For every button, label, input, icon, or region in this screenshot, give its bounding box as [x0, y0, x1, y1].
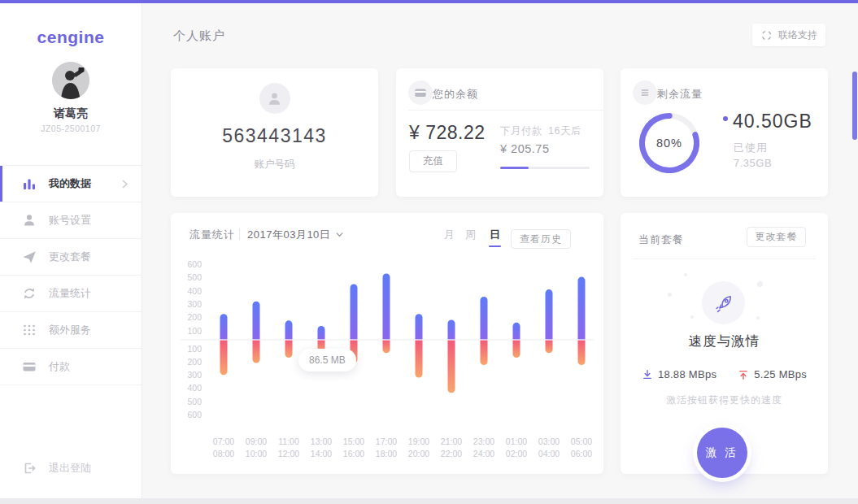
svg-text:09:0010:00: 09:0010:00 [246, 437, 267, 458]
traffic-chart-card: 10010020020030030040040050050060060007:0… [171, 213, 603, 474]
svg-text:23:0024:00: 23:0024:00 [473, 437, 494, 458]
svg-text:11:0012:00: 11:0012:00 [278, 437, 299, 458]
svg-text:400: 400 [187, 383, 202, 393]
decor-dot [690, 315, 694, 319]
svg-text:21:0022:00: 21:0022:00 [441, 437, 462, 458]
divider [408, 110, 603, 111]
balance-amount: ¥ 728.22 [409, 122, 486, 144]
chart-tooltip: 86.5 MB [298, 349, 356, 371]
svg-text:600: 600 [187, 259, 202, 269]
plan-icon-circle [702, 281, 745, 324]
data-used-value: 7.35GB [734, 157, 772, 169]
svg-text:01:0002:00: 01:0002:00 [506, 437, 527, 458]
upload-speed-value: 5.25 MBps [754, 368, 807, 380]
decor-dot [757, 281, 763, 287]
svg-text:300: 300 [187, 299, 202, 309]
sidebar-item-payment[interactable]: 付款 [0, 349, 142, 385]
decor-dot [684, 273, 687, 276]
upload-arrow-icon [738, 369, 749, 380]
chart-title: 流量统计 [189, 228, 235, 242]
scrollbar-thumb[interactable] [852, 72, 857, 140]
svg-text:07:0008:00: 07:0008:00 [213, 437, 234, 458]
svg-text:100: 100 [187, 326, 202, 336]
next-payment-text: 下月付款 [500, 125, 542, 137]
sidebar-item-traffic-stats[interactable]: 流量统计 [0, 276, 142, 312]
contact-support-button[interactable]: 联络支持 [752, 24, 825, 46]
contact-support-label: 联络支持 [778, 28, 817, 42]
download-arrow-icon [642, 369, 653, 380]
svg-text:200: 200 [187, 357, 202, 367]
app-logo: cengine [0, 28, 142, 47]
balance-title: 您的余额 [433, 87, 478, 102]
sidebar-item-label: 更改套餐 [49, 250, 91, 264]
refresh-icon [22, 286, 37, 301]
data-remaining-value: 40.50GB [733, 111, 812, 133]
traffic-chart[interactable]: 10010020020030030040040050050060060007:0… [171, 213, 603, 474]
sidebar-item-label: 付款 [49, 359, 70, 374]
bar-chart-icon [22, 176, 37, 191]
credit-card-icon [22, 359, 37, 374]
user-name: 诸葛亮 [0, 106, 142, 121]
chart-date-dropdown[interactable]: 2017年03月10日 [247, 228, 343, 242]
svg-text:600: 600 [187, 410, 202, 419]
svg-text:15:0016:00: 15:0016:00 [343, 437, 364, 458]
user-avatar [52, 62, 89, 99]
balance-progress-fill [500, 167, 529, 169]
page-title: 个人账户 [173, 28, 225, 44]
account-card: 563443143 账户号码 [171, 68, 378, 197]
svg-text:13:0014:00: 13:0014:00 [311, 437, 332, 458]
sidebar-item-change-plan[interactable]: 更改套餐 [0, 239, 142, 276]
svg-text:500: 500 [187, 272, 202, 282]
sidebar-item-my-data[interactable]: 我的数据 [0, 166, 142, 202]
upload-speed: 5.25 MBps [738, 368, 807, 380]
data-used-label: 已使用 [734, 141, 768, 155]
next-payment-due: 16天后 [548, 125, 581, 137]
sidebar-item-label: 流量统计 [49, 286, 91, 301]
activate-button[interactable]: 激 活 [697, 428, 747, 478]
logout-label: 退出登陆 [49, 461, 91, 476]
data-icon-circle [633, 80, 657, 105]
avatar-photo [52, 62, 89, 99]
next-payment-amount: ¥ 205.75 [500, 142, 549, 155]
caret-down-icon [336, 232, 343, 237]
next-payment-label: 下月付款16天后 [500, 124, 581, 138]
sidebar-item-account-settings[interactable]: 账号设置 [0, 202, 142, 239]
logout-icon [22, 461, 37, 476]
top-accent-bar [0, 0, 858, 3]
svg-text:03:0004:00: 03:0004:00 [538, 437, 560, 458]
decor-dot [756, 316, 760, 319]
activate-hint: 激活按钮获得更快的速度 [621, 393, 828, 407]
svg-text:100: 100 [187, 344, 202, 354]
current-plan-title: 当前套餐 [638, 232, 684, 247]
account-number: 563443143 [171, 125, 378, 147]
balance-icon-circle [408, 80, 433, 105]
account-number-label: 账户号码 [171, 158, 378, 172]
sidebar-item-label: 额外服务 [49, 323, 91, 337]
balance-card: 您的余额 ¥ 728.22 充值 下月付款16天后 ¥ 205.75 [396, 68, 603, 197]
data-remaining-title: 剩余流量 [657, 87, 703, 102]
data-remaining-card: 剩余流量 80% 40.50GB 已使用 7.35GB [621, 68, 828, 197]
account-icon-circle [259, 83, 290, 114]
tab-month[interactable]: 月 [444, 228, 455, 242]
svg-text:500: 500 [187, 397, 202, 406]
view-history-button[interactable]: 查看历史 [511, 229, 571, 249]
change-plan-button[interactable]: 更改套餐 [747, 227, 806, 247]
paper-plane-icon [22, 250, 37, 264]
logout-button[interactable]: 退出登陆 [22, 461, 91, 476]
bullet-dot [723, 116, 728, 121]
credit-card-icon [414, 86, 427, 99]
recharge-button[interactable]: 充值 [409, 150, 457, 172]
svg-text:19:0020:00: 19:0020:00 [408, 437, 429, 458]
download-speed-value: 18.88 MBps [658, 368, 716, 380]
rocket-icon [713, 293, 734, 314]
current-plan-card: 当前套餐 更改套餐 速度与激情 [621, 213, 828, 474]
sidebar-item-extra-services[interactable]: 额外服务 [0, 312, 142, 349]
life-buoy-icon [760, 29, 773, 41]
donut-chart: 80% [639, 113, 699, 173]
window-bottom-edge [0, 498, 858, 504]
payment-progress-bar [500, 167, 590, 169]
sidebar-nav: 我的数据 账号设置 更改套餐 [0, 165, 142, 385]
tab-day[interactable]: 日 [490, 228, 500, 242]
svg-text:300: 300 [187, 370, 202, 380]
tab-week[interactable]: 周 [465, 228, 476, 242]
